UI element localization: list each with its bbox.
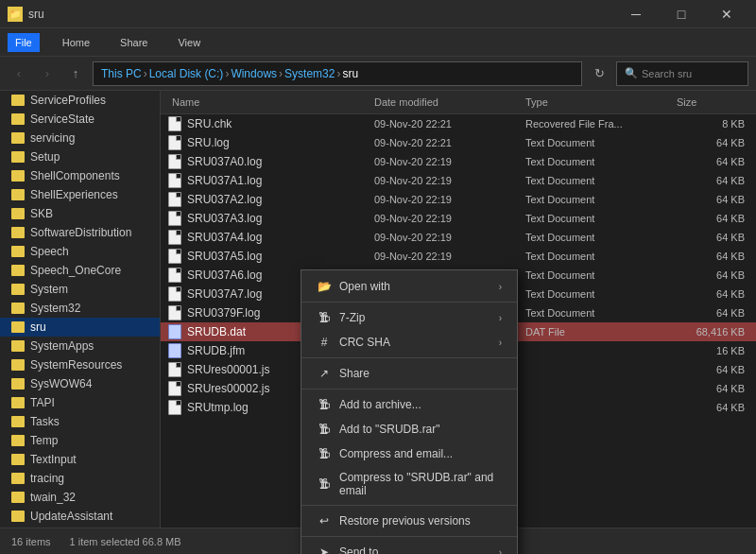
context-menu-item-share[interactable]: ↗Share — [301, 361, 517, 386]
sidebar-item-shellcomponents[interactable]: ShellComponents — [0, 166, 160, 185]
sidebar-item-tasks[interactable]: Tasks — [0, 412, 160, 431]
context-menu-separator — [301, 357, 517, 358]
file-name-cell: SRU037A0.log — [168, 154, 370, 169]
file-name: SRUtmp.log — [187, 401, 249, 414]
file-date: 09-Nov-20 22:19 — [370, 194, 522, 205]
sidebar-item-servicestate[interactable]: ServiceState — [0, 110, 160, 129]
file-type-icon — [168, 286, 181, 302]
table-row[interactable]: SRU037A1.log09-Nov-20 22:19Text Document… — [161, 171, 756, 190]
sidebar-item-textinput[interactable]: TextInput — [0, 450, 160, 469]
folder-icon — [11, 151, 25, 163]
folder-icon — [11, 435, 25, 446]
sidebar-item-skb[interactable]: SKB — [0, 204, 160, 223]
context-menu-item-compress-and-email---[interactable]: 🗜Compress and email... — [301, 441, 517, 466]
file-name-cell: SRU037A3.log — [168, 211, 370, 226]
context-menu-item-send-to[interactable]: ➤Send to› — [301, 540, 517, 554]
file-name: SRU.chk — [187, 117, 232, 130]
table-row[interactable]: SRU037A3.log09-Nov-20 22:19Text Document… — [161, 209, 756, 228]
file-name: SRU037A7.log — [187, 287, 262, 301]
sidebar-item-label: SystemApps — [30, 339, 94, 353]
sidebar-item-systemresources[interactable]: SystemResources — [0, 355, 160, 374]
sidebar-item-temp[interactable]: Temp — [0, 431, 160, 450]
file-name: SRU037A5.log — [187, 250, 262, 263]
sidebar-item-twain-32[interactable]: twain_32 — [0, 488, 160, 507]
sidebar-item-tapi[interactable]: TAPI — [0, 393, 160, 412]
file-type: DAT File — [522, 326, 673, 338]
file-type-icon — [168, 192, 181, 207]
table-row[interactable]: SRU037A4.log09-Nov-20 22:19Text Document… — [161, 228, 756, 247]
folder-icon — [11, 227, 25, 238]
archive-icon: 🗜 — [317, 476, 332, 492]
folder-icon — [11, 511, 25, 522]
sidebar-item-tracing[interactable]: tracing — [0, 469, 160, 488]
sidebar-item-speech-onecore[interactable]: Speech_OneCore — [0, 261, 160, 280]
sidebar-item-updateassistant[interactable]: UpdateAssistant — [0, 507, 160, 526]
file-name-cell: SRU037A2.log — [168, 192, 370, 207]
file-name: SRU037A3.log — [187, 212, 262, 225]
sidebar-item-softwaredistribution[interactable]: SoftwareDistribution — [0, 223, 160, 242]
header-date[interactable]: Date modified — [370, 95, 522, 110]
sidebar-item-system32[interactable]: System32 — [0, 299, 160, 318]
file-size: 64 KB — [673, 194, 748, 205]
up-button[interactable]: ↑ — [64, 62, 87, 85]
file-name: SRU037A4.log — [187, 231, 262, 244]
file-date: 09-Nov-20 22:21 — [370, 118, 522, 130]
submenu-arrow-icon: › — [499, 282, 502, 292]
file-date: 09-Nov-20 22:19 — [370, 213, 522, 224]
ribbon-tab-file[interactable]: File — [8, 33, 40, 52]
context-menu-label: Add to archive... — [339, 398, 421, 411]
context-menu-item-add-to-archive---[interactable]: 🗜Add to archive... — [301, 392, 517, 417]
context-menu-label: Open with — [339, 280, 390, 293]
sidebar-item-label: servicing — [30, 131, 75, 145]
refresh-button[interactable]: ↻ — [588, 62, 610, 85]
context-menu-separator — [301, 302, 517, 303]
maximize-button[interactable]: □ — [660, 0, 703, 28]
sidebar-item-syswow64[interactable]: SysWOW64 — [0, 374, 160, 393]
close-button[interactable]: ✕ — [705, 0, 748, 28]
file-date: 09-Nov-20 22:21 — [370, 137, 522, 148]
context-menu-item-7-zip[interactable]: 🗜7-Zip› — [301, 305, 517, 330]
context-menu-item-compress-to--srudb-rar--and-email[interactable]: 🗜Compress to "SRUDB.rar" and email — [301, 466, 517, 502]
sidebar-item-system[interactable]: System — [0, 280, 160, 299]
sidebar-item-setup[interactable]: Setup — [0, 147, 160, 166]
header-size[interactable]: Size — [673, 95, 748, 110]
sidebar-item-sru[interactable]: sru — [0, 318, 160, 337]
context-menu-item-open-with[interactable]: 📂Open with› — [301, 274, 517, 299]
file-type: Text Document — [522, 175, 673, 186]
sidebar-item-speech[interactable]: Speech — [0, 242, 160, 261]
table-row[interactable]: SRU.chk09-Nov-20 22:21Recovered File Fra… — [161, 114, 756, 133]
ribbon-tab-share[interactable]: Share — [112, 33, 155, 52]
sidebar-item-serviceprofiles[interactable]: ServiceProfiles — [0, 91, 160, 110]
sidebar-item-systemapps[interactable]: SystemApps — [0, 337, 160, 355]
file-size: 64 KB — [673, 213, 748, 224]
header-name[interactable]: Name — [168, 95, 370, 110]
folder-icon — [11, 359, 25, 371]
file-type-icon — [168, 324, 181, 339]
sidebar-item-shellexperiences[interactable]: ShellExperiences — [0, 185, 160, 204]
context-menu-item-add-to--srudb-rar-[interactable]: 🗜Add to "SRUDB.rar" — [301, 417, 517, 441]
sidebar-item-label: Temp — [30, 434, 58, 447]
forward-button[interactable]: › — [36, 62, 59, 85]
table-row[interactable]: SRU037A2.log09-Nov-20 22:19Text Document… — [161, 190, 756, 209]
file-name: SRUres00002.js — [187, 382, 269, 395]
sidebar-item-label: System — [30, 283, 68, 296]
header-type[interactable]: Type — [522, 95, 673, 110]
minimize-button[interactable]: ─ — [614, 0, 658, 28]
context-menu-item-crc-sha[interactable]: #CRC SHA› — [301, 330, 517, 355]
folder-icon — [11, 378, 25, 390]
address-path[interactable]: This PC › Local Disk (C:) › Windows › Sy… — [93, 61, 582, 86]
table-row[interactable]: SRU037A5.log09-Nov-20 22:19Text Document… — [161, 247, 756, 266]
sidebar-item-label: SystemResources — [30, 358, 122, 372]
table-row[interactable]: SRU.log09-Nov-20 22:21Text Document64 KB — [161, 133, 756, 152]
search-box[interactable]: 🔍 Search sru — [616, 61, 748, 86]
file-type-icon — [168, 173, 181, 188]
context-menu-label: 7-Zip — [339, 311, 365, 324]
folder-icon — [11, 284, 25, 295]
table-row[interactable]: SRU037A0.log09-Nov-20 22:19Text Document… — [161, 152, 756, 171]
sidebar-item-servicing[interactable]: servicing — [0, 129, 160, 147]
ribbon-tab-home[interactable]: Home — [55, 33, 97, 52]
context-menu-item-restore-previous-versions[interactable]: ↩Restore previous versions — [301, 509, 517, 533]
back-button[interactable]: ‹ — [8, 62, 30, 85]
file-date: 09-Nov-20 22:19 — [370, 251, 522, 262]
ribbon-tab-view[interactable]: View — [170, 33, 208, 52]
